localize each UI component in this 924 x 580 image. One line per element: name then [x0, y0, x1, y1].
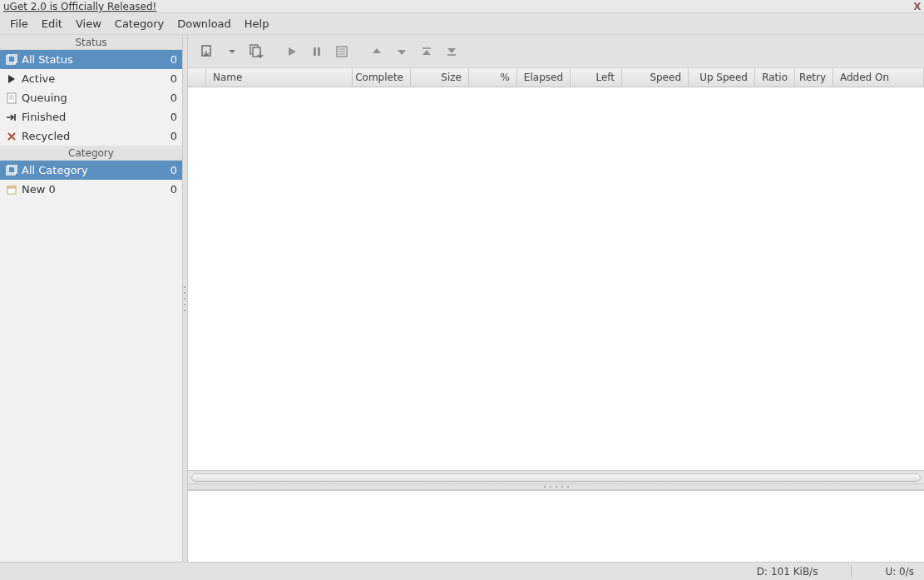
status-count: 0 — [161, 72, 177, 85]
status-label: All Status — [22, 53, 161, 66]
menu-view[interactable]: View — [69, 15, 108, 32]
col-name[interactable]: Name — [206, 68, 353, 87]
category-label: New 0 — [22, 183, 161, 196]
properties-button[interactable] — [329, 39, 354, 64]
play-icon — [5, 72, 18, 86]
category-count: 0 — [161, 183, 177, 196]
all-status-icon — [5, 53, 18, 67]
col-percent[interactable]: % — [469, 68, 517, 87]
status-header: Status — [0, 35, 182, 50]
goto-end-icon — [5, 111, 18, 124]
col-added[interactable]: Added On — [833, 68, 924, 87]
titlebar: uGet 2.0 is Officially Released! X — [0, 0, 924, 13]
status-count: 0 — [161, 111, 177, 123]
col-speed[interactable]: Speed — [622, 68, 689, 87]
sidebar: Status All Status 0 Active 0 — [0, 35, 183, 562]
status-label: Finished — [22, 111, 161, 123]
menu-edit[interactable]: Edit — [35, 15, 69, 32]
close-button[interactable]: X — [911, 0, 924, 12]
category-all[interactable]: All Category 0 — [0, 161, 182, 180]
batch-download-button[interactable] — [245, 39, 269, 64]
svg-rect-14 — [314, 47, 316, 56]
new-dropdown-button[interactable] — [220, 39, 245, 64]
menu-file[interactable]: File — [3, 15, 35, 32]
svg-rect-2 — [7, 93, 16, 103]
document-icon — [5, 92, 18, 105]
status-count: 0 — [161, 130, 177, 142]
pause-button[interactable] — [304, 39, 329, 64]
status-label: Recycled — [22, 130, 161, 142]
svg-rect-10 — [7, 186, 16, 188]
horizontal-splitter[interactable] — [188, 483, 924, 490]
move-up-button[interactable] — [364, 39, 389, 64]
status-label: Active — [22, 72, 161, 85]
status-upload: U: 0/s — [885, 566, 914, 578]
menu-help[interactable]: Help — [238, 15, 276, 32]
status-finished[interactable]: Finished 0 — [0, 107, 182, 126]
main-pane: Name Complete Size % Elapsed Left Speed … — [188, 35, 924, 562]
col-ratio[interactable]: Ratio — [755, 68, 795, 87]
status-label: Queuing — [22, 92, 161, 104]
delete-icon — [5, 130, 18, 143]
menu-download[interactable]: Download — [170, 15, 238, 32]
col-elapsed[interactable]: Elapsed — [517, 68, 571, 87]
menu-category[interactable]: Category — [108, 15, 170, 32]
status-list: All Status 0 Active 0 Queuing 0 — [0, 50, 182, 146]
svg-rect-13 — [253, 47, 260, 57]
detail-pane — [188, 490, 924, 562]
main-window: uGet 2.0 is Officially Released! X File … — [0, 0, 924, 580]
category-new[interactable]: New 0 0 — [0, 180, 182, 199]
grid-header: Name Complete Size % Elapsed Left Speed … — [188, 68, 924, 87]
window-title: uGet 2.0 is Officially Released! — [3, 0, 911, 12]
col-upspeed[interactable]: Up Speed — [689, 68, 755, 87]
move-bottom-button[interactable] — [439, 39, 464, 64]
scrollbar-thumb[interactable] — [191, 473, 921, 482]
col-left[interactable]: Left — [571, 68, 622, 87]
status-count: 0 — [161, 53, 177, 66]
category-label: All Category — [22, 164, 161, 176]
status-separator — [851, 566, 852, 578]
body: Status All Status 0 Active 0 — [0, 35, 924, 562]
horizontal-scrollbar[interactable] — [188, 470, 924, 483]
status-download: D: 101 KiB/s — [757, 566, 818, 578]
menubar: File Edit View Category Download Help — [0, 13, 924, 35]
status-active[interactable]: Active 0 — [0, 69, 182, 88]
status-count: 0 — [161, 92, 177, 104]
category-count: 0 — [161, 164, 177, 176]
col-complete[interactable]: Complete — [353, 68, 411, 87]
new-download-button[interactable] — [195, 39, 220, 64]
col-retry[interactable]: Retry — [795, 68, 833, 87]
category-icon — [5, 183, 18, 196]
category-header: Category — [0, 146, 182, 161]
category-list: All Category 0 New 0 0 — [0, 161, 182, 199]
status-queuing[interactable]: Queuing 0 — [0, 88, 182, 107]
toolbar — [188, 35, 924, 68]
move-top-button[interactable] — [414, 39, 439, 64]
statusbar: D: 101 KiB/s U: 0/s — [0, 562, 924, 580]
move-down-button[interactable] — [389, 39, 414, 64]
svg-rect-15 — [318, 47, 320, 56]
grid-body[interactable] — [188, 87, 924, 470]
col-size[interactable]: Size — [411, 68, 469, 87]
start-button[interactable] — [279, 39, 304, 64]
status-all[interactable]: All Status 0 — [0, 50, 182, 69]
all-category-icon — [5, 164, 18, 177]
status-recycled[interactable]: Recycled 0 — [0, 126, 182, 146]
col-state[interactable] — [188, 68, 206, 87]
